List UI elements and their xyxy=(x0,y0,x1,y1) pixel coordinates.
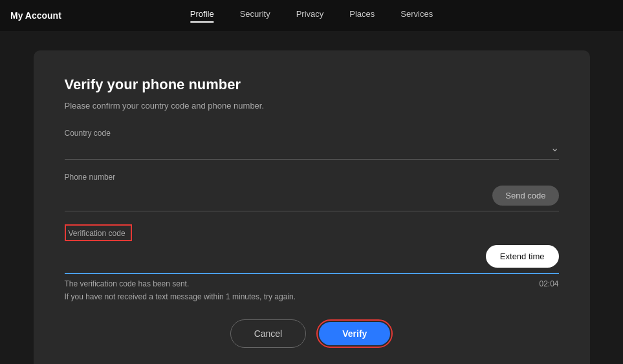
timer-display: 02:04 xyxy=(539,279,558,288)
action-row: Cancel Verify xyxy=(65,319,559,348)
card-title: Verify your phone number xyxy=(65,76,559,93)
phone-number-label: Phone number xyxy=(65,173,559,182)
nav-places[interactable]: Places xyxy=(349,9,375,23)
nav-links: Profile Security Privacy Places Services xyxy=(190,9,433,23)
dropdown-arrow-icon[interactable]: ⌄ xyxy=(551,142,559,154)
phone-number-row: Send code xyxy=(65,186,559,211)
country-code-input[interactable] xyxy=(65,143,551,153)
nav-privacy[interactable]: Privacy xyxy=(296,9,324,23)
verification-code-row: Extend time xyxy=(65,245,559,274)
verification-code-label: Verification code xyxy=(69,229,126,238)
verification-code-input[interactable] xyxy=(65,252,486,262)
status-row: The verification code has been sent. 02:… xyxy=(65,279,559,288)
phone-verify-card: Verify your phone number Please confirm … xyxy=(34,50,590,364)
verification-label-box: Verification code xyxy=(65,224,132,241)
nav-profile[interactable]: Profile xyxy=(190,9,214,23)
country-code-row: ⌄ xyxy=(65,142,559,160)
app-title: My Account xyxy=(10,10,61,21)
retry-message: If you have not received a text message … xyxy=(65,292,559,301)
country-code-field-group: Country code ⌄ xyxy=(65,129,559,160)
main-content: Verify your phone number Please confirm … xyxy=(0,31,623,364)
nav-security[interactable]: Security xyxy=(240,9,270,23)
phone-number-input[interactable] xyxy=(65,191,493,201)
verify-button[interactable]: Verify xyxy=(319,322,390,345)
nav-services[interactable]: Services xyxy=(400,9,433,23)
extend-time-button[interactable]: Extend time xyxy=(486,245,559,268)
verify-button-wrapper: Verify xyxy=(316,319,393,348)
cancel-button[interactable]: Cancel xyxy=(230,319,307,348)
country-code-label: Country code xyxy=(65,129,559,138)
status-sent-text: The verification code has been sent. xyxy=(65,279,190,288)
card-subtitle: Please confirm your country code and pho… xyxy=(65,101,559,111)
send-code-button[interactable]: Send code xyxy=(492,186,558,206)
top-nav: My Account Profile Security Privacy Plac… xyxy=(0,0,623,31)
phone-number-field-group: Phone number Send code xyxy=(65,173,559,211)
verification-code-field-group: Verification code Extend time xyxy=(65,224,559,274)
